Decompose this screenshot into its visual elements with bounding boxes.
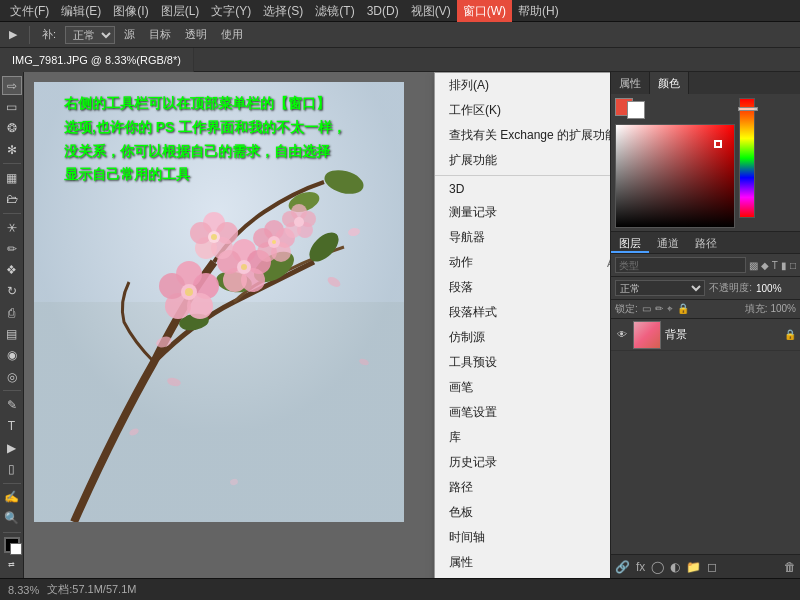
menu-item-arrange[interactable]: 排列(A) (435, 73, 610, 98)
type-tool-icon[interactable]: T (2, 417, 22, 436)
marquee-tool-icon[interactable]: ▭ (2, 97, 22, 116)
menu-label-actions: 动作 (449, 254, 473, 271)
paths-tab[interactable]: 路径 (687, 232, 725, 253)
lock-icons: ▭ ✏ ⌖ 🔒 (642, 303, 689, 315)
new-adjustment-icon[interactable]: ◐ (670, 560, 680, 574)
menu-type[interactable]: 文字(Y) (205, 0, 257, 22)
toolbar-blend-select[interactable]: 正常 (65, 26, 115, 44)
stamp-tool-icon[interactable]: ❖ (2, 260, 22, 279)
healing-brush-icon[interactable]: ⚹ (2, 218, 22, 237)
layer-visibility-icon[interactable]: 👁 (615, 328, 629, 342)
menu-item-timeline[interactable]: 时间轴 (435, 525, 610, 550)
brush-tool-icon[interactable]: ✏ (2, 239, 22, 258)
menu-item-history[interactable]: 历史记录 (435, 450, 610, 475)
filter-adjustment-icon[interactable]: ◆ (761, 260, 769, 271)
menu-label-clone-source: 仿制源 (449, 329, 485, 346)
menu-item-adjustments[interactable]: 调整 (435, 575, 610, 578)
menu-bar: 文件(F) 编辑(E) 图像(I) 图层(L) 文字(Y) 选择(S) 滤镜(T… (0, 0, 800, 22)
path-select-icon[interactable]: ▶ (2, 438, 22, 457)
toolbar-separator-1 (3, 163, 21, 164)
menu-edit[interactable]: 编辑(E) (55, 0, 107, 22)
hue-slider[interactable] (739, 98, 755, 218)
channels-tab[interactable]: 通道 (649, 232, 687, 253)
eyedropper-icon[interactable]: 🗁 (2, 190, 22, 209)
menu-layer[interactable]: 图层(L) (155, 0, 206, 22)
menu-view[interactable]: 视图(V) (405, 0, 457, 22)
hand-tool-icon[interactable]: ✍ (2, 488, 22, 507)
add-style-icon[interactable]: fx (636, 560, 645, 574)
menu-item-exchange[interactable]: 查找有关 Exchange 的扩展功能... (435, 123, 610, 148)
menu-item-extensions[interactable]: 扩展功能 (435, 148, 610, 173)
opacity-value[interactable]: 100% (756, 283, 796, 294)
menu-label-swatches: 色板 (449, 504, 473, 521)
properties-tab[interactable]: 属性 (611, 72, 650, 94)
svg-point-23 (241, 264, 247, 270)
document-tab[interactable]: IMG_7981.JPG @ 8.33%(RGB/8*) (0, 48, 194, 72)
menu-item-swatches[interactable]: 色板 (435, 500, 610, 525)
foreground-color-icon[interactable] (4, 537, 20, 553)
blend-mode-select[interactable]: 正常 (615, 280, 705, 296)
menu-label-timeline: 时间轴 (449, 529, 485, 546)
delete-layer-icon[interactable]: 🗑 (784, 560, 796, 574)
menu-item-actions[interactable]: 动作 Alt+F9 (435, 250, 610, 275)
hue-controls (739, 98, 755, 228)
menu-item-clone-source[interactable]: 仿制源 (435, 325, 610, 350)
menu-3d[interactable]: 3D(D) (361, 0, 405, 22)
menu-help[interactable]: 帮助(H) (512, 0, 565, 22)
color-tab[interactable]: 颜色 (650, 72, 689, 94)
background-color-swatch[interactable] (627, 101, 645, 119)
lasso-tool-icon[interactable]: ❂ (2, 119, 22, 138)
eraser-tool-icon[interactable]: ⎙ (2, 303, 22, 322)
crop-tool-icon[interactable]: ▦ (2, 168, 22, 187)
layer-item-background[interactable]: 👁 背景 🔒 (611, 319, 800, 351)
menu-item-measurement[interactable]: 测量记录 (435, 200, 610, 225)
menu-label-navigator: 导航器 (449, 229, 485, 246)
menu-item-paragraph[interactable]: 段落 (435, 275, 610, 300)
filter-shape-icon[interactable]: ▮ (781, 260, 787, 271)
menu-select[interactable]: 选择(S) (257, 0, 309, 22)
layers-tab[interactable]: 图层 (611, 232, 649, 253)
menu-item-tool-presets[interactable]: 工具预设 (435, 350, 610, 375)
menu-filter[interactable]: 滤镜(T) (309, 0, 360, 22)
svg-rect-3 (34, 82, 404, 522)
color-spectrum[interactable] (615, 124, 735, 228)
shape-tool-icon[interactable]: ▯ (2, 459, 22, 478)
lock-pixels-icon[interactable]: ✏ (655, 303, 663, 315)
pen-tool-icon[interactable]: ✎ (2, 395, 22, 414)
menu-item-workspace[interactable]: 工作区(K) (435, 98, 610, 123)
menu-item-3d[interactable]: 3D (435, 178, 610, 200)
layers-fill-row: 锁定: ▭ ✏ ⌖ 🔒 填充: 100% (611, 300, 800, 319)
lock-all-icon[interactable]: 🔒 (677, 303, 689, 315)
menu-item-brush-settings[interactable]: 画笔设置 F5 (435, 400, 610, 425)
toolbar-move-icon[interactable]: ▶ (4, 26, 22, 43)
filter-smart-icon[interactable]: □ (790, 260, 796, 271)
lock-position-icon[interactable]: ⌖ (667, 303, 673, 315)
filter-pixel-icon[interactable]: ▩ (749, 260, 758, 271)
menu-image[interactable]: 图像(I) (107, 0, 154, 22)
gradient-tool-icon[interactable]: ▤ (2, 324, 22, 343)
new-layer-icon[interactable]: ◻ (707, 560, 717, 574)
dodge-tool-icon[interactable]: ◎ (2, 367, 22, 386)
menu-file[interactable]: 文件(F) (4, 0, 55, 22)
menu-item-paths[interactable]: 路径 (435, 475, 610, 500)
menu-item-navigator[interactable]: 导航器 (435, 225, 610, 250)
blur-tool-icon[interactable]: ◉ (2, 346, 22, 365)
menu-item-properties[interactable]: 属性 (435, 550, 610, 575)
quick-select-icon[interactable]: ✻ (2, 140, 22, 159)
toolbar-auto-select[interactable]: 补: (37, 25, 61, 44)
lock-transparent-icon[interactable]: ▭ (642, 303, 651, 315)
history-brush-icon[interactable]: ↻ (2, 282, 22, 301)
new-group-icon[interactable]: 📁 (686, 560, 701, 574)
toolbar-separator-3 (3, 390, 21, 391)
link-layers-icon[interactable]: 🔗 (615, 560, 630, 574)
switch-colors-icon[interactable]: ⇄ (2, 555, 22, 574)
add-mask-icon[interactable]: ◯ (651, 560, 664, 574)
filter-type-icon[interactable]: T (772, 260, 778, 271)
menu-item-library[interactable]: 库 (435, 425, 610, 450)
menu-item-paragraph-style[interactable]: 段落样式 (435, 300, 610, 325)
menu-item-brush[interactable]: 画笔 (435, 375, 610, 400)
menu-window[interactable]: 窗口(W) (457, 0, 512, 22)
layers-search-input[interactable] (615, 257, 746, 273)
zoom-tool-icon[interactable]: 🔍 (2, 509, 22, 528)
move-tool-icon[interactable]: ⇨ (2, 76, 22, 95)
